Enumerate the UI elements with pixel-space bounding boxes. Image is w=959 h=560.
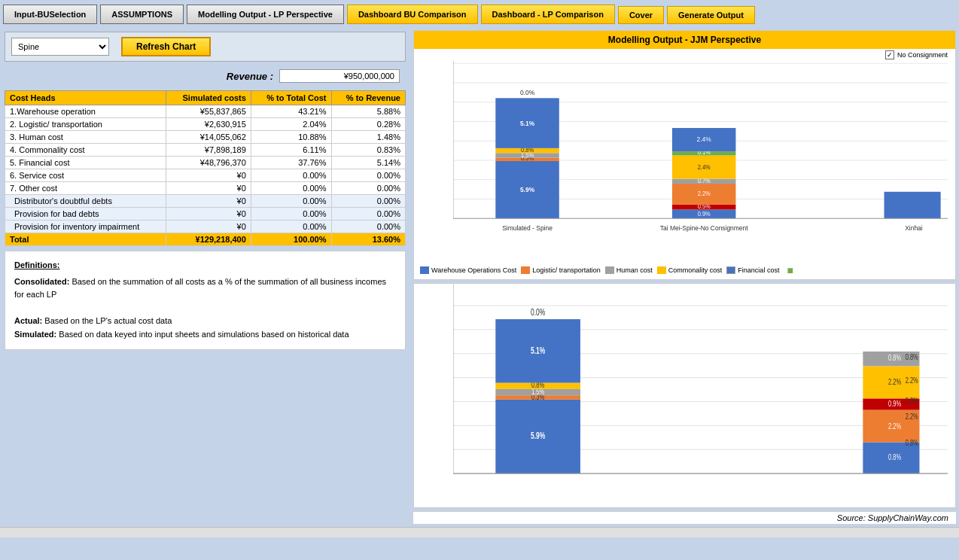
table-row: Distributor's doubtful debts ¥0 0.00% 0.… (5, 195, 406, 208)
nav-cover[interactable]: Cover (618, 6, 664, 24)
svg-text:5.1%: 5.1% (520, 119, 534, 127)
right-panel: Modelling Output - JJM Perspective ✓ No … (410, 27, 959, 527)
cost-head-cost: ¥7,898,189 (166, 144, 251, 157)
revenue-row: Revenue : (5, 66, 406, 86)
main-area: Spine Refresh Chart Revenue : Cost Heads… (0, 27, 959, 527)
nav-modelling-output-lp[interactable]: Modelling Output - LP Perspective (187, 5, 344, 24)
def-simulated: Simulated: Based on data keyed into inpu… (14, 328, 396, 342)
total-pct-rev: 13.60% (331, 233, 405, 246)
svg-text:0.0%: 0.0% (520, 89, 534, 97)
table-row: 6. Service cost ¥0 0.00% 0.00% (5, 169, 406, 182)
chart1-svg: 0.0% 2.0% 4.0% 6.0% 8.0% 10.0% 12.0% 14.… (453, 61, 948, 239)
table-row: 3. Human cost ¥14,055,062 10.88% 1.48% (5, 131, 406, 144)
nav-input-bu-selection[interactable]: Input-BUSelection (3, 5, 97, 24)
def-actual: Actual: Based on the LP's actual cost da… (14, 315, 396, 328)
nav-assumptions[interactable]: ASSUMPTIONS (100, 5, 184, 24)
cost-head-cost: ¥48,796,370 (166, 157, 251, 169)
cost-head-name: 5. Financial cost (5, 157, 166, 169)
svg-text:Xinhai: Xinhai (905, 224, 922, 233)
cost-head-name: 4. Commonality cost (5, 144, 166, 157)
legend-color-commonality (657, 266, 666, 274)
svg-text:Tai Mei-Spine-No Consignment: Tai Mei-Spine-No Consignment (660, 224, 748, 233)
legend-commonality: Commonality cost (657, 266, 723, 274)
col-header-simulated-costs: Simulated costs (166, 91, 251, 105)
cost-head-pct-total: 0.00% (251, 208, 331, 221)
cost-head-pct-total: 6.11% (251, 144, 331, 157)
definitions-box: Definitions: Consolidated: Based on the … (5, 251, 406, 350)
cost-head-pct-rev: 0.28% (331, 118, 405, 131)
table-row: 4. Commonality cost ¥7,898,189 6.11% 0.8… (5, 144, 406, 157)
svg-text:0.9%: 0.9% (888, 399, 902, 409)
nav-generate-output[interactable]: Generate Output (667, 6, 755, 24)
cost-head-name: 3. Human cost (5, 131, 166, 144)
cost-head-pct-rev: 5.88% (331, 105, 405, 118)
no-consignment-checkbox[interactable]: ✓ (885, 50, 894, 59)
svg-text:2.4%: 2.4% (697, 135, 711, 144)
svg-text:0.8%: 0.8% (888, 452, 902, 462)
spine-select[interactable]: Spine (11, 38, 109, 56)
nav-dashboard-bu[interactable]: Dashboard BU Comparison (347, 5, 478, 24)
cost-table: Cost Heads Simulated costs % to Total Co… (5, 90, 406, 246)
cost-head-name: Provision for inventory impairment (5, 221, 166, 233)
svg-text:0.0%: 0.0% (531, 306, 546, 317)
revenue-label: Revenue : (227, 71, 273, 82)
cost-head-name: 7. Other cost (5, 182, 166, 195)
table-row: 5. Financial cost ¥48,796,370 37.76% 5.1… (5, 157, 406, 169)
svg-rect-45 (884, 192, 941, 218)
cost-head-pct-rev: 0.00% (331, 221, 405, 233)
source-footer: Source: SupplyChainWay.com (413, 511, 956, 524)
cost-head-cost: ¥0 (166, 182, 251, 195)
cost-head-name: Distributor's doubtful debts (5, 195, 166, 208)
total-cost: ¥129,218,400 (166, 233, 251, 246)
total-label: Total (5, 233, 166, 246)
cost-head-pct-rev: 1.48% (331, 131, 405, 144)
cost-head-pct-total: 10.88% (251, 131, 331, 144)
nav-dashboard-lp[interactable]: Dashboard - LP Comparison (481, 5, 615, 24)
cost-head-pct-total: 37.76% (251, 157, 331, 169)
svg-text:2.2%: 2.2% (888, 377, 902, 387)
cost-head-cost: ¥55,837,865 (166, 105, 251, 118)
table-total-row: Total ¥129,218,400 100.00% 13.60% (5, 233, 406, 246)
legend-label-warehouse: Warehouse Operations Cost (431, 266, 516, 274)
chart1-title: Modelling Output - JJM Perspective (414, 31, 955, 49)
cost-head-pct-total: 0.00% (251, 221, 331, 233)
cost-head-pct-rev: 0.83% (331, 144, 405, 157)
refresh-chart-button[interactable]: Refresh Chart (121, 37, 211, 56)
svg-text:0.8%: 0.8% (906, 437, 919, 447)
svg-text:0.8%: 0.8% (888, 353, 902, 363)
col-header-cost-heads: Cost Heads (5, 91, 166, 105)
cost-head-name: 6. Service cost (5, 169, 166, 182)
scrollbar[interactable] (0, 527, 959, 537)
legend-label-logistic: Logistic/ transportation (532, 266, 601, 274)
legend-row: Warehouse Operations Cost Logistic/ tran… (414, 261, 955, 279)
legend-warehouse: Warehouse Operations Cost (420, 266, 516, 274)
svg-text:2.2%: 2.2% (906, 375, 919, 385)
cost-head-pct-total: 0.00% (251, 195, 331, 208)
cost-head-pct-rev: 5.14% (331, 157, 405, 169)
svg-text:Simulated - Spine: Simulated - Spine (502, 224, 553, 233)
legend-label-commonality: Commonality cost (668, 266, 723, 274)
legend-human: Human cost (605, 266, 653, 274)
col-header-pct-revenue: % to Revenue (331, 91, 405, 105)
revenue-input[interactable] (279, 69, 400, 83)
svg-text:2.2%: 2.2% (888, 421, 902, 431)
legend-financial: Financial cost (726, 266, 779, 274)
svg-text:2.4%: 2.4% (698, 163, 711, 171)
cost-head-pct-rev: 0.00% (331, 208, 405, 221)
svg-text:5.9%: 5.9% (531, 431, 546, 441)
cost-head-pct-rev: 0.00% (331, 182, 405, 195)
table-row: 1.Warehouse operation ¥55,837,865 43.21%… (5, 105, 406, 118)
legend-color-logistic (521, 266, 530, 274)
cost-head-cost: ¥0 (166, 169, 251, 182)
cost-head-name: Provision for bad debts (5, 208, 166, 221)
table-row: 7. Other cost ¥0 0.00% 0.00% (5, 182, 406, 195)
cost-head-cost: ¥0 (166, 208, 251, 221)
controls-row: Spine Refresh Chart (5, 32, 406, 62)
svg-text:2.2%: 2.2% (698, 190, 711, 198)
cost-head-pct-total: 0.00% (251, 169, 331, 182)
chart2-svg: 0.0% 2.0% 4.0% 6.0% 8.0% 10.0% 12.0% 14.… (453, 284, 948, 492)
table-row: Provision for inventory impairment ¥0 0.… (5, 221, 406, 233)
legend-color-warehouse (420, 266, 429, 274)
legend-label-human: Human cost (616, 266, 653, 274)
legend-color-human (605, 266, 614, 274)
